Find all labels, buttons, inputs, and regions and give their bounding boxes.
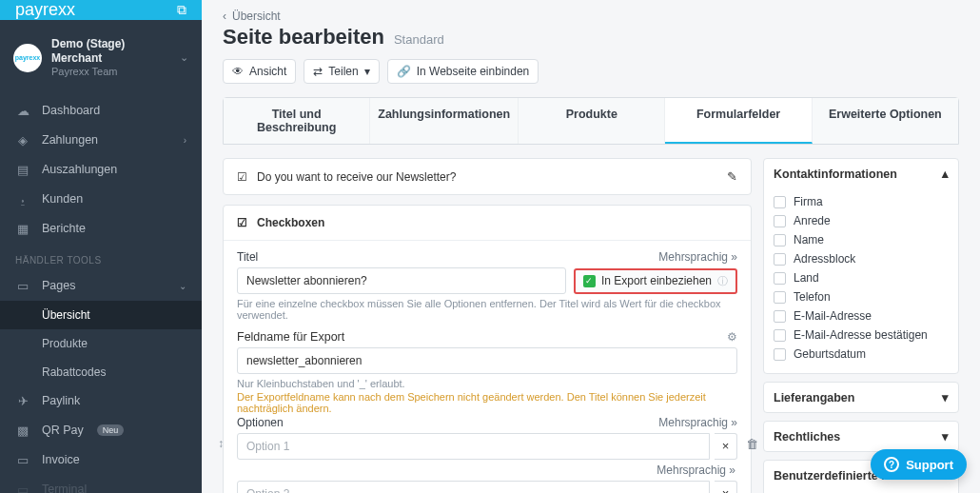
tabs: Titel und Beschreibung Zahlungsinformati… [223,97,959,145]
field-land[interactable]: Land [774,268,949,287]
tab-products[interactable]: Produkte [519,98,665,144]
open-external-icon[interactable]: ⧉ [177,2,186,18]
field-firma[interactable]: Firma [774,192,949,211]
tab-title-desc[interactable]: Titel und Beschreibung [224,98,370,144]
option-row: × [237,433,737,460]
field-adressblock[interactable]: Adressblock [774,249,949,268]
multilang-link[interactable]: Mehrsprachig » [658,416,737,429]
nav-payouts[interactable]: ▤Auszahlungen [0,155,202,185]
view-button[interactable]: 👁Ansicht [223,59,296,84]
terminal-icon: ▭ [15,483,30,493]
include-in-export[interactable]: ✓ In Export einbeziehen ⓘ [574,268,737,294]
tab-payment-info[interactable]: Zahlungsinformationen [370,98,519,144]
hint-single-checkbox: Für eine einzelne checkbox müssen Sie al… [237,298,737,321]
merchant-switcher[interactable]: payrexx Demo (Stage) Merchant Payrexx Te… [0,20,202,92]
caret-down-icon: ▾ [942,390,949,404]
trash-icon[interactable]: 🗑 [746,437,758,451]
help-icon: ? [884,457,899,472]
remove-option-button[interactable]: × [715,433,737,460]
brand-logo: payrexx [15,0,75,20]
sidebar: payrexx ⧉ payrexx Demo (Stage) Merchant … [0,0,202,493]
info-icon: ⓘ [717,274,728,288]
paperplane-icon: ✈ [15,394,30,408]
nav-pages[interactable]: ▭Pages⌄ [0,271,202,301]
acc-header-contact[interactable]: Kontaktinformationen▴ [764,159,958,188]
brand-bar: payrexx ⧉ [0,0,202,20]
field-anrede[interactable]: Anrede [774,211,949,230]
acc-delivery: Lieferangaben▾ [763,382,959,413]
payouts-icon: ▤ [15,163,30,177]
options-label: Optionen [237,416,284,429]
chevron-left-icon: ‹ [223,10,226,23]
page-title: Seite bearbeiten [223,25,384,49]
field-email-confirm[interactable]: E-Mail-Adresse bestätigen [774,325,949,345]
merchant-name: Demo (Stage) Merchant [51,37,170,66]
merchant-avatar: payrexx [13,44,42,72]
chevron-down-icon: ⌄ [180,51,188,64]
field-telefon[interactable]: Telefon [774,287,949,306]
nav-qrpay[interactable]: ▩QR PayNeu [0,416,202,445]
multilang-link[interactable]: Mehrsprachig » [237,463,735,477]
chevron-down-icon: ⌄ [179,281,186,291]
option-input-1[interactable] [237,433,710,460]
warn-fieldname: Der Exportfeldname kann nach dem Speiche… [237,391,737,414]
title-label: Titel [237,250,258,264]
nav-dashboard[interactable]: ☁Dashboard [0,96,202,126]
acc-header-legal[interactable]: Rechtliches▾ [764,422,958,451]
invoice-icon: ▭ [15,453,30,467]
qr-icon: ▩ [15,424,30,438]
hint-lowercase: Nur Kleinbuchstaben und '_' erlaubt. [237,378,737,389]
link-icon: 🔗 [397,65,411,78]
drag-handle-icon[interactable]: ↕ [218,437,224,450]
acc-contact: Kontaktinformationen▴ Firma Anrede Name … [763,158,959,374]
cloud-icon: ☁ [15,104,30,118]
nav-pages-overview[interactable]: Übersicht [0,301,202,329]
gear-icon[interactable]: ⚙ [727,330,737,344]
option-row: × [237,481,737,493]
tab-form-fields[interactable]: Formularfelder [665,98,812,144]
breadcrumb[interactable]: ‹Übersicht [223,10,959,23]
caret-down-icon: ▾ [364,65,370,78]
nav-invoice[interactable]: ▭Invoice [0,445,202,475]
newsletter-row: ☑ Do you want to receive our Newsletter?… [223,158,752,195]
pencil-icon[interactable]: ✎ [727,169,737,184]
chevron-right-icon: › [184,135,186,146]
title-input[interactable] [237,267,566,294]
checkbox-icon: ☑ [237,170,247,184]
new-badge: Neu [97,424,125,436]
embed-button[interactable]: 🔗In Webseite einbinden [387,59,539,84]
user-icon: ⍚ [15,192,30,207]
acc-legal: Rechtliches▾ [763,421,959,452]
acc-header-delivery[interactable]: Lieferangaben▾ [764,383,958,412]
option-input-2[interactable] [237,481,710,493]
checkbox-section-title: Checkboxen [257,216,324,229]
tab-advanced[interactable]: Erweiterte Optionen [813,98,958,144]
field-name[interactable]: Name [774,230,949,249]
pages-icon: ▭ [15,279,30,293]
nav-terminal[interactable]: ▭Terminal [0,475,202,493]
export-fieldname-input[interactable] [237,347,737,374]
nav-reports[interactable]: ▦Berichte [0,214,202,244]
field-geburtsdatum[interactable]: Geburtsdatum [774,345,949,364]
check-icon: ✓ [583,275,596,287]
caret-down-icon: ▾ [942,429,949,444]
page-title-suffix: Standard [394,32,444,47]
share-button[interactable]: ⇄Teilen ▾ [304,59,379,84]
checkbox-editor: ☑ Checkboxen Titel Mehrsprachig » ✓ [223,205,752,493]
nav-pages-products[interactable]: Produkte [0,329,202,358]
nav-paylink[interactable]: ✈Paylink [0,386,202,416]
nav-customers[interactable]: ⍚Kunden [0,185,202,214]
reports-icon: ▦ [15,222,30,236]
export-fieldname-label: Feldname für Export [237,330,344,344]
share-icon: ⇄ [313,65,323,78]
support-button[interactable]: ? Support [871,449,967,480]
remove-option-button[interactable]: × [715,481,737,493]
nav-section-tools: HÄNDLER TOOLS [0,244,202,271]
field-email[interactable]: E-Mail-Adresse [774,306,949,325]
main-nav: ☁Dashboard ◈Zahlungen› ▤Auszahlungen ⍚Ku… [0,92,202,493]
nav-pages-discounts[interactable]: Rabattcodes [0,358,202,386]
nav-payments[interactable]: ◈Zahlungen› [0,126,202,155]
multilang-link[interactable]: Mehrsprachig » [658,250,737,264]
newsletter-question: Do you want to receive our Newsletter? [257,170,456,184]
tag-icon: ◈ [15,133,30,148]
